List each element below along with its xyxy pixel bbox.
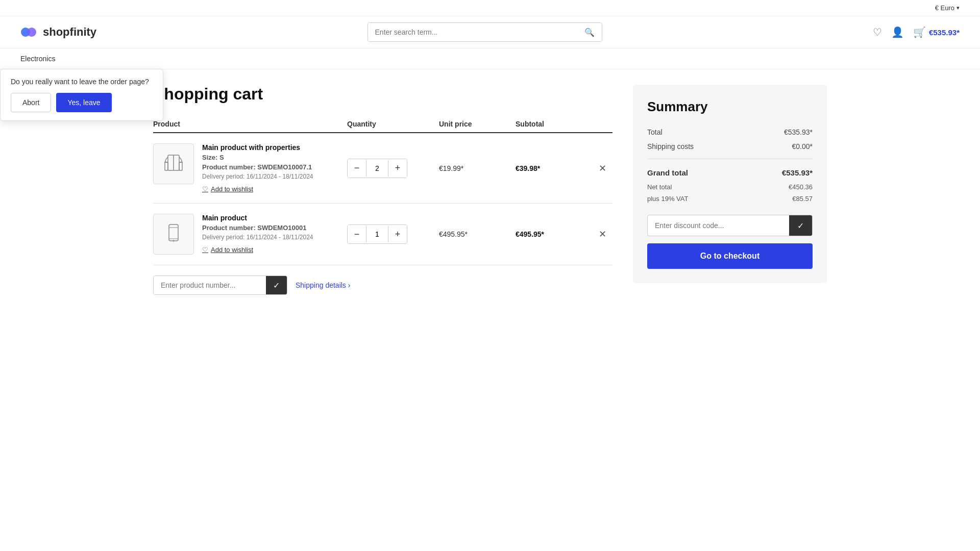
account-icon[interactable]: 👤: [891, 26, 904, 38]
summary-total-value: €535.93*: [784, 128, 813, 136]
col-unit-price: Unit price: [439, 120, 516, 128]
qty-input-1[interactable]: [366, 160, 388, 177]
col-remove: [592, 120, 612, 128]
svg-point-9: [173, 240, 175, 242]
summary-net-value: €450.36: [789, 183, 813, 191]
page-title: Shopping cart: [153, 85, 612, 104]
summary-net-label: Net total: [647, 183, 672, 191]
delivery-period-2: Delivery period: 16/11/2024 - 18/11/2024: [202, 234, 313, 241]
search-bar: 🔍: [368, 22, 602, 42]
discount-code-input[interactable]: [648, 215, 789, 236]
subtotal-2: €495.95*: [516, 230, 592, 238]
remove-item-2[interactable]: ✕: [592, 229, 612, 240]
col-subtotal: Subtotal: [516, 120, 592, 128]
summary-vat-value: €85.57: [792, 195, 813, 203]
product-number-submit[interactable]: ✓: [266, 276, 287, 294]
product-number-2: Product number: SWDEMO10001: [202, 224, 313, 232]
abort-button[interactable]: Abort: [11, 93, 51, 112]
delivery-period-1: Delivery period: 16/11/2024 - 18/11/2024: [202, 173, 313, 180]
phone-icon: [162, 222, 185, 246]
summary-shipping-label: Shipping costs: [647, 142, 694, 151]
qty-stepper-2: − +: [347, 224, 407, 244]
logo[interactable]: shopfinity: [20, 23, 96, 41]
svg-rect-5: [179, 162, 182, 170]
svg-point-1: [27, 28, 36, 37]
quantity-cell-2: − +: [347, 224, 439, 244]
currency-selector[interactable]: € Euro: [935, 4, 960, 12]
unit-price-1: €19.99*: [439, 164, 516, 172]
summary-vat-label: plus 19% VAT: [647, 195, 688, 203]
remove-item-1[interactable]: ✕: [592, 163, 612, 174]
summary-net-row: Net total €450.36: [647, 181, 813, 193]
product-image-1: [153, 143, 194, 184]
logo-text: shopfinity: [43, 26, 96, 39]
cart-wrapper[interactable]: 🛒 €535.93*: [913, 26, 960, 38]
product-number-field-wrapper: ✓: [153, 276, 287, 295]
summary-panel: Summary Total €535.93* Shipping costs €0…: [633, 85, 827, 283]
product-details-1: Main product with properties Size: S Pro…: [202, 143, 313, 193]
product-image-2: [153, 214, 194, 255]
wishlist-label-2: Add to wishlist: [211, 246, 253, 254]
qty-decrease-2[interactable]: −: [348, 225, 366, 243]
cart-section: Shopping cart Product Quantity Unit pric…: [153, 85, 612, 295]
summary-shipping-value: €0.00*: [792, 142, 813, 151]
currency-label: € Euro: [935, 4, 954, 12]
qty-input-2[interactable]: [366, 226, 388, 242]
qty-increase-2[interactable]: +: [388, 225, 407, 243]
shipping-details-link[interactable]: Shipping details ›: [296, 281, 351, 289]
checkout-button[interactable]: Go to checkout: [647, 243, 813, 269]
product-name-1: Main product with properties: [202, 143, 313, 152]
summary-grand-total-value: €535.93*: [782, 168, 813, 177]
confirm-message: Do you really want to leave the order pa…: [11, 78, 153, 86]
cart-icon: 🛒: [913, 26, 926, 38]
yes-leave-button[interactable]: Yes, leave: [56, 93, 111, 112]
product-cell-2: Main product Product number: SWDEMO10001…: [153, 214, 347, 255]
summary-vat-row: plus 19% VAT €85.57: [647, 193, 813, 205]
subtotal-1: €39.98*: [516, 164, 592, 172]
discount-code-wrapper: ✓: [647, 215, 813, 236]
heart-icon-2: ♡: [202, 246, 208, 254]
summary-divider: [647, 159, 813, 159]
confirm-dialog: Do you really want to leave the order pa…: [0, 69, 163, 121]
cart-price: €535.93*: [929, 28, 960, 37]
logo-icon: [20, 23, 39, 41]
col-product: Product: [153, 120, 347, 128]
discount-submit-button[interactable]: ✓: [789, 215, 812, 236]
product-name-2: Main product: [202, 214, 313, 222]
svg-rect-4: [165, 162, 168, 170]
table-row: Main product Product number: SWDEMO10001…: [153, 204, 612, 265]
quantity-cell-1: − +: [347, 159, 439, 178]
wishlist-icon[interactable]: ♡: [873, 26, 882, 38]
product-number-1: Product number: SWDEMO10007.1: [202, 163, 313, 171]
product-number-input[interactable]: [154, 276, 266, 294]
unit-price-2: €495.95*: [439, 230, 516, 238]
qty-increase-1[interactable]: +: [388, 159, 407, 178]
product-cell-1: Main product with properties Size: S Pro…: [153, 143, 347, 193]
search-button[interactable]: 🔍: [577, 23, 602, 41]
summary-shipping-row: Shipping costs €0.00*: [647, 139, 813, 154]
summary-grand-total-label: Grand total: [647, 168, 688, 177]
summary-title: Summary: [647, 99, 813, 115]
search-input[interactable]: [368, 23, 577, 41]
col-quantity: Quantity: [347, 120, 439, 128]
wishlist-label-1: Add to wishlist: [211, 185, 253, 193]
table-row: Main product with properties Size: S Pro…: [153, 133, 612, 204]
product-size-1: Size: S: [202, 154, 313, 161]
cart-bottom: ✓ Shipping details ›: [153, 276, 612, 295]
summary-total-label: Total: [647, 128, 663, 136]
add-to-wishlist-1[interactable]: ♡ Add to wishlist: [202, 185, 313, 193]
qty-stepper-1: − +: [347, 159, 407, 178]
qty-decrease-1[interactable]: −: [348, 159, 366, 178]
summary-grand-total-row: Grand total €535.93*: [647, 164, 813, 181]
jacket-icon: [161, 151, 186, 177]
nav-item-electronics[interactable]: Electronics: [20, 48, 55, 69]
main-nav: Do you really want to leave the order pa…: [0, 48, 980, 69]
product-details-2: Main product Product number: SWDEMO10001…: [202, 214, 313, 254]
svg-rect-6: [169, 224, 178, 241]
shipping-link-arrow: ›: [348, 281, 351, 289]
cart-table-header: Product Quantity Unit price Subtotal: [153, 116, 612, 133]
add-to-wishlist-2[interactable]: ♡ Add to wishlist: [202, 246, 313, 254]
shipping-link-label: Shipping details: [296, 281, 346, 289]
summary-total-row: Total €535.93*: [647, 125, 813, 139]
heart-icon-1: ♡: [202, 185, 208, 193]
